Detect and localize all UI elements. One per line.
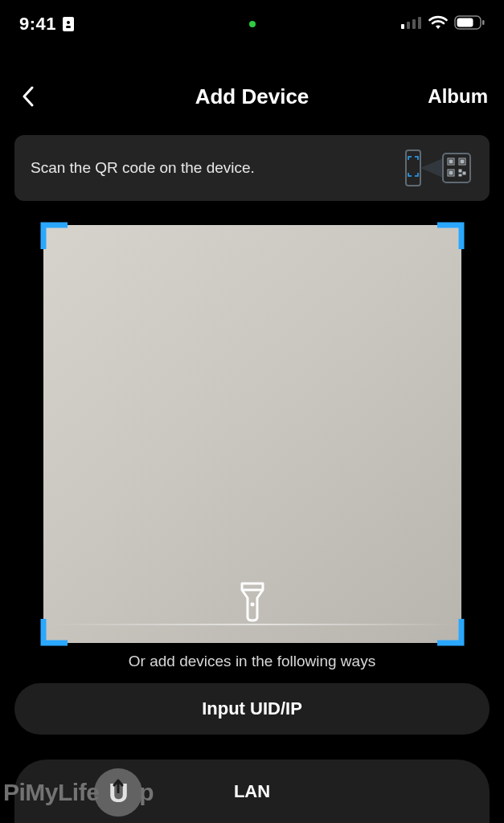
- instruction-banner: Scan the QR code on the device.: [14, 135, 490, 201]
- camera-active-dot-icon: [249, 21, 256, 27]
- battery-icon: [454, 15, 485, 33]
- flashlight-toggle[interactable]: [239, 580, 266, 625]
- svg-rect-9: [457, 18, 473, 27]
- svg-rect-18: [459, 170, 461, 172]
- scan-corner-bottom-left-icon: [40, 616, 71, 646]
- svg-rect-4: [407, 22, 410, 29]
- back-button[interactable]: [16, 84, 40, 109]
- svg-rect-17: [449, 171, 453, 174]
- svg-rect-15: [449, 160, 453, 163]
- svg-rect-5: [412, 19, 416, 29]
- app-screen: 9:41: [0, 0, 504, 823]
- nav-header: Add Device Album: [0, 79, 504, 114]
- svg-rect-3: [401, 24, 404, 29]
- instruction-text: Scan the QR code on the device.: [31, 159, 255, 177]
- wifi-icon: [428, 15, 448, 33]
- svg-rect-10: [406, 150, 420, 186]
- scan-corner-bottom-right-icon: [434, 616, 465, 646]
- svg-rect-20: [459, 174, 461, 176]
- id-card-icon: [63, 17, 74, 31]
- svg-rect-19: [463, 172, 465, 174]
- svg-point-1: [67, 21, 70, 24]
- input-uid-ip-button[interactable]: Input UID/IP: [14, 683, 490, 735]
- flashlight-icon: [239, 580, 266, 622]
- cellular-icon: [401, 16, 422, 32]
- status-time: 9:41: [19, 14, 56, 35]
- scan-corner-top-right-icon: [434, 222, 465, 252]
- svg-rect-2: [66, 26, 71, 28]
- qr-scanner-viewport: [43, 225, 461, 643]
- svg-rect-8: [482, 20, 485, 25]
- svg-rect-16: [461, 160, 464, 163]
- svg-rect-11: [443, 154, 470, 182]
- scan-illustration-icon: [401, 145, 473, 190]
- alt-methods-label: Or add devices in the following ways: [0, 653, 504, 670]
- status-bar: 9:41: [0, 0, 504, 48]
- status-right: [401, 15, 485, 33]
- scan-corner-top-left-icon: [40, 222, 71, 252]
- svg-rect-6: [418, 17, 421, 29]
- chevron-left-icon: [22, 86, 35, 107]
- svg-point-22: [250, 603, 254, 607]
- album-button[interactable]: Album: [428, 85, 488, 108]
- lan-button[interactable]: LAN: [14, 760, 490, 823]
- privacy-indicator: [249, 21, 256, 27]
- status-left: 9:41: [19, 14, 74, 35]
- page-title: Add Device: [195, 84, 309, 109]
